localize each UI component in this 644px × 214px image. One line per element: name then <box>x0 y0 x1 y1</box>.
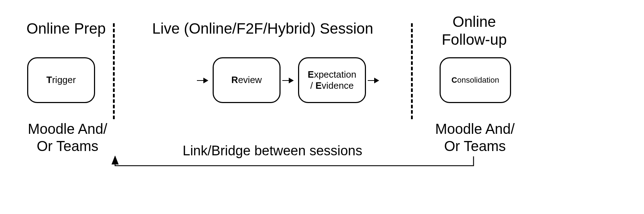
box-consolidation: Consolidation <box>440 57 511 103</box>
divider-left <box>113 23 115 119</box>
heading-online-followup: Online Follow-up <box>433 13 515 49</box>
trigger-label: Trigger <box>46 74 76 86</box>
heading-live-session: Live (Online/F2F/Hybrid) Session <box>138 20 388 38</box>
arrow-out-of-expectation <box>368 80 378 81</box>
subheading-left-platform: Moodle And/ Or Teams <box>21 120 114 155</box>
divider-right <box>411 23 413 119</box>
box-review: Review <box>213 57 281 103</box>
expectation-label: Expectation / Evidence <box>308 69 356 91</box>
review-label: Review <box>231 74 262 86</box>
arrow-into-review <box>197 80 208 81</box>
heading-online-prep: Online Prep <box>21 20 111 38</box>
box-trigger: Trigger <box>27 57 95 103</box>
consolidation-label: Consolidation <box>451 76 499 85</box>
arrow-review-to-expectation <box>282 80 293 81</box>
subheading-right-platform: Moodle And/ Or Teams <box>429 120 521 155</box>
link-bridge-label: Link/Bridge between sessions <box>183 143 362 159</box>
box-expectation-evidence: Expectation / Evidence <box>298 57 366 103</box>
